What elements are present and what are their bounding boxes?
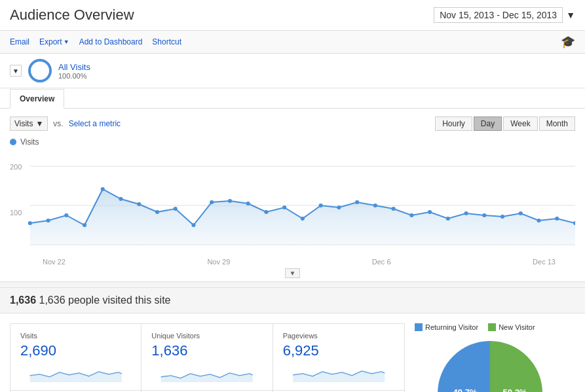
svg-point-31 [537, 219, 540, 223]
svg-point-10 [155, 210, 159, 214]
svg-point-14 [228, 199, 232, 203]
time-btn-hourly[interactable]: Hourly [435, 116, 472, 131]
svg-point-19 [319, 204, 323, 207]
page-title: Audience Overview [10, 7, 134, 24]
svg-point-21 [355, 200, 359, 204]
x-label-nov22: Nov 22 [43, 258, 66, 266]
svg-point-12 [191, 223, 195, 227]
svg-point-15 [246, 202, 250, 205]
svg-point-26 [446, 217, 450, 221]
segment-name[interactable]: All Visits [58, 62, 90, 72]
svg-point-17 [282, 205, 286, 209]
scroll-down-button[interactable]: ▼ [285, 268, 301, 278]
select-metric-link[interactable]: Select a metric [69, 119, 121, 128]
svg-point-28 [482, 213, 486, 217]
date-range-container: Nov 15, 2013 - Dec 15, 2013 ▼ [434, 7, 575, 23]
svg-point-32 [555, 217, 559, 221]
date-dropdown-icon[interactable]: ▼ [566, 10, 575, 20]
metric-select: Visits ▼ vs. Select a metric [10, 116, 121, 131]
returning-legend: Returning Visitor [415, 323, 478, 331]
stat-pageviews-value[interactable]: 6,925 [283, 342, 394, 359]
time-btn-week[interactable]: Week [503, 116, 537, 131]
svg-point-24 [409, 213, 413, 217]
svg-point-22 [373, 204, 377, 207]
toolbar: Email Export ▼ Add to Dashboard Shortcut… [0, 31, 585, 54]
segment-percentage: 100.00% [58, 72, 90, 80]
shortcut-link[interactable]: Shortcut [152, 37, 181, 46]
svg-point-29 [500, 215, 504, 219]
segment-row: ▼ All Visits 100.00% [0, 54, 585, 88]
svg-point-23 [392, 207, 396, 211]
x-label-dec13: Dec 13 [533, 258, 556, 266]
chart-container: 200 100 [10, 150, 575, 255]
returning-legend-box [415, 323, 423, 331]
time-btn-month[interactable]: Month [539, 116, 575, 131]
svg-point-13 [210, 200, 214, 204]
scroll-indicator: ▼ [10, 266, 575, 281]
header: Audience Overview Nov 15, 2013 - Dec 15,… [0, 0, 585, 31]
tab-overview[interactable]: Overview [10, 89, 64, 109]
y-label-100: 100 [10, 209, 22, 217]
stats-section: 1,636 1,636 people visited this site Vis… [0, 287, 585, 392]
metric-label: Visits [14, 119, 33, 128]
chart-svg [10, 150, 575, 255]
new-legend-box [488, 323, 496, 331]
svg-point-25 [428, 210, 432, 214]
stat-unique-visitors: Unique Visitors 1,636 [142, 324, 273, 391]
pie-container: 49.7% 50.3% [415, 338, 565, 392]
svg-point-27 [464, 211, 468, 215]
export-link[interactable]: Export ▼ [39, 37, 69, 46]
chart-controls: Visits ▼ vs. Select a metric Hourly Day … [10, 116, 575, 131]
stats-summary: 1,636 1,636 people visited this site [10, 294, 575, 306]
svg-point-5 [64, 213, 68, 217]
segment-toggle[interactable]: ▼ [10, 65, 22, 77]
new-legend: New Visitor [488, 323, 535, 331]
metric-dropdown[interactable]: Visits ▼ [10, 116, 48, 131]
y-label-200: 200 [10, 163, 22, 171]
vs-text: vs. [53, 119, 63, 128]
svg-point-20 [337, 205, 341, 209]
chart-legend: Visits [10, 137, 575, 147]
new-legend-label: New Visitor [499, 323, 535, 331]
svg-point-4 [46, 219, 50, 223]
pie-legend: Returning Visitor New Visitor [415, 323, 565, 331]
x-label-nov29: Nov 29 [207, 258, 230, 266]
visits-legend-dot [10, 139, 16, 145]
stat-visits-value[interactable]: 2,690 [20, 342, 131, 359]
stat-unique-visitors-sparkline [151, 363, 262, 382]
x-label-dec6: Dec 6 [372, 258, 391, 266]
svg-point-3 [28, 221, 32, 225]
time-buttons: Hourly Day Week Month [435, 116, 575, 131]
svg-point-30 [519, 211, 523, 215]
metric-dropdown-icon: ▼ [35, 119, 43, 128]
svg-point-9 [137, 202, 141, 206]
svg-text:49.7%: 49.7% [453, 387, 478, 392]
overview-tabs: Overview [0, 88, 585, 109]
chart-area: Visits ▼ vs. Select a metric Hourly Day … [0, 109, 585, 282]
visits-legend-label: Visits [20, 137, 39, 147]
stat-visits: Visits 2,690 [10, 324, 142, 391]
svg-point-6 [83, 223, 86, 227]
pie-section: Returning Visitor New Visitor [405, 323, 575, 392]
stat-visits-sparkline [20, 363, 131, 382]
svg-point-7 [101, 187, 105, 191]
email-link[interactable]: Email [10, 37, 29, 46]
time-btn-day[interactable]: Day [474, 116, 502, 131]
stat-unique-visitors-value[interactable]: 1,636 [151, 342, 262, 359]
svg-point-18 [301, 217, 305, 221]
pie-chart-svg: 49.7% 50.3% [425, 338, 556, 392]
svg-text:50.3%: 50.3% [503, 387, 527, 392]
segment-info: All Visits 100.00% [58, 62, 90, 80]
segment-circle-icon [28, 59, 52, 82]
svg-point-16 [264, 210, 268, 214]
graduation-icon: 🎓 [561, 35, 575, 48]
returning-legend-label: Returning Visitor [425, 323, 478, 331]
stat-unique-visitors-label: Unique Visitors [151, 332, 262, 340]
svg-point-11 [174, 207, 178, 211]
stats-grid: Visits 2,690 Unique Visitors 1,636 [0, 313, 585, 392]
stat-pageviews-label: Pageviews [283, 332, 394, 340]
stat-pageviews-sparkline [283, 363, 394, 382]
date-range[interactable]: Nov 15, 2013 - Dec 15, 2013 [434, 7, 563, 23]
add-to-dashboard-link[interactable]: Add to Dashboard [79, 37, 143, 46]
stat-visits-label: Visits [20, 332, 131, 340]
